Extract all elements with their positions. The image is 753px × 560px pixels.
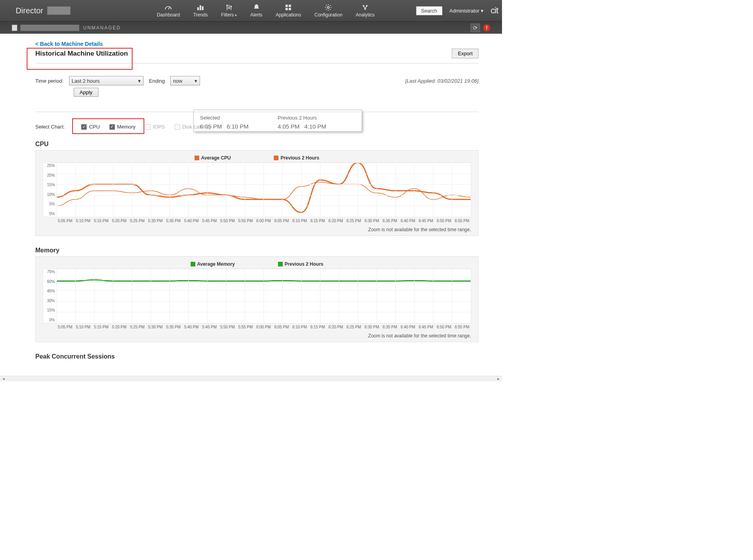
nav-label: Trends — [193, 12, 208, 18]
plot-area-memory — [56, 269, 471, 323]
chart-wrap-cpu: Average CPU Previous 2 Hours 25%20%15%10… — [35, 150, 478, 236]
legend-cpu: Average CPU Previous 2 Hours — [43, 155, 471, 161]
time-period-select[interactable]: Last 2 hours ▾ — [69, 76, 144, 85]
machine-name-redacted — [20, 25, 79, 31]
vendor-logo-cutoff: cit — [491, 5, 498, 16]
select-chart-label: Select Chart: — [35, 124, 65, 130]
bars-icon — [196, 4, 204, 11]
nav-analytics[interactable]: Analytics — [356, 4, 375, 18]
gauge-icon — [164, 4, 172, 11]
nav-label: Configuration — [315, 12, 342, 18]
divider — [35, 63, 478, 63]
alert-badge-icon[interactable]: ! — [483, 24, 490, 31]
svg-rect-13 — [289, 8, 291, 10]
nav-filters[interactable]: Filters▾ — [221, 4, 237, 18]
nav-configuration[interactable]: Configuration — [315, 4, 342, 18]
horizontal-scrollbar[interactable]: ◄► — [0, 376, 502, 381]
checkbox-iops: IOPS — [145, 124, 165, 130]
nav-label: Dashboard — [157, 12, 180, 18]
check-icon: ✓ — [81, 124, 87, 130]
svg-rect-10 — [286, 5, 288, 7]
legend-swatch — [278, 262, 283, 266]
nav-applications[interactable]: Applications — [276, 4, 301, 18]
svg-rect-2 — [200, 5, 201, 10]
ending-select[interactable]: now ▾ — [170, 76, 200, 85]
export-button[interactable]: Export — [452, 49, 478, 58]
checkbox-cpu[interactable]: ✓ CPU — [81, 124, 100, 130]
zoom-note: Zoom is not available for the selected t… — [43, 333, 471, 339]
chevron-down-icon: ▾ — [195, 78, 197, 84]
refresh-button[interactable]: ⟳ — [471, 24, 480, 32]
filter-icon — [225, 4, 233, 11]
filter-row: Time period: Last 2 hours ▾ Ending now ▾… — [35, 76, 478, 85]
grid-icon — [284, 4, 292, 11]
nav-label: Applications — [276, 12, 301, 18]
chevron-down-icon: ▾ — [481, 8, 484, 14]
check-icon — [175, 124, 180, 130]
x-axis-cpu: 5:05 PM5:10 PM5:15 PM5:20 PM5:25 PM5:30 … — [43, 219, 471, 223]
legend-label: Average CPU — [201, 155, 231, 161]
chart-wrap-memory: Average Memory Previous 2 Hours 75%60%45… — [35, 256, 478, 342]
nav-right: Search Administrator ▾ cit — [416, 5, 498, 16]
check-icon — [145, 124, 151, 130]
top-nav: Director Dashboard Trends Filters▾ Alert… — [0, 0, 502, 21]
svg-rect-1 — [198, 7, 199, 10]
bell-icon — [253, 4, 260, 11]
nav-dashboard[interactable]: Dashboard — [157, 4, 180, 18]
gear-icon — [324, 4, 332, 11]
svg-point-14 — [327, 7, 329, 9]
time-period-value: Last 2 hours — [72, 78, 100, 84]
apply-button[interactable]: Apply — [74, 88, 98, 97]
analytics-icon — [361, 4, 369, 11]
nav-label: Filters▾ — [221, 12, 237, 18]
plot-memory[interactable]: 75%60%45%30%15%0% — [43, 268, 471, 323]
chevron-down-icon: ▾ — [235, 13, 237, 17]
legend-swatch — [195, 156, 199, 160]
ending-label: Ending — [149, 78, 165, 84]
nav-items: Dashboard Trends Filters▾ Alerts Applica… — [157, 4, 375, 18]
svg-point-6 — [230, 6, 231, 7]
checkbox-label: IOPS — [153, 124, 165, 130]
machine-icon — [12, 25, 17, 31]
checkbox-label: CPU — [89, 124, 100, 130]
svg-point-4 — [226, 5, 227, 6]
svg-point-5 — [228, 7, 229, 9]
chart-title-memory: Memory — [35, 247, 478, 254]
legend-swatch — [191, 262, 195, 266]
select-chart-row: Select Chart: ✓ CPU ✓ Memory IOPS Disk L… — [35, 112, 478, 130]
admin-menu[interactable]: Administrator ▾ — [449, 8, 484, 14]
svg-rect-3 — [202, 7, 203, 10]
context-bar: UNMANAGED ⟳ ! — [0, 21, 502, 34]
checkbox-disk-latency: Disk Latency — [175, 124, 211, 130]
plot-cpu[interactable]: 25%20%15%10%5%0% — [43, 162, 471, 217]
content-area: < Back to Machine Details Historical Mac… — [0, 34, 502, 376]
checkbox-label: Memory — [117, 124, 136, 130]
legend-label: Previous 2 Hours — [280, 155, 319, 161]
nav-trends[interactable]: Trends — [193, 4, 208, 18]
search-button[interactable]: Search — [416, 6, 442, 15]
zoom-note: Zoom is not available for the selected t… — [43, 227, 471, 232]
svg-line-0 — [168, 7, 170, 9]
y-axis-cpu: 25%20%15%10%5%0% — [43, 163, 56, 217]
time-period-label: Time period: — [35, 78, 64, 84]
plot-area-cpu — [56, 163, 471, 217]
x-axis-memory: 5:05 PM5:10 PM5:15 PM5:20 PM5:25 PM5:30 … — [43, 325, 471, 329]
svg-rect-11 — [289, 5, 291, 7]
svg-point-17 — [364, 9, 366, 10]
chart-title-sessions: Peak Concurrent Sessions — [35, 353, 478, 360]
legend-memory: Average Memory Previous 2 Hours — [43, 261, 471, 267]
check-icon: ✓ — [109, 124, 115, 130]
svg-line-19 — [366, 6, 367, 9]
nav-alerts[interactable]: Alerts — [250, 4, 262, 18]
ending-value: now — [173, 78, 182, 84]
last-applied-text: [Last Applied: 03/02/2021 19:06] — [405, 78, 478, 84]
chevron-down-icon: ▾ — [138, 78, 141, 84]
back-link[interactable]: < Back to Machine Details — [35, 41, 103, 47]
nav-label: Analytics — [356, 12, 375, 18]
svg-rect-12 — [286, 8, 288, 10]
nav-label: Alerts — [250, 12, 262, 18]
y-axis-memory: 75%60%45%30%15%0% — [43, 269, 56, 323]
tenant-box — [47, 6, 71, 15]
page-title: Historical Machine Utilization — [35, 50, 128, 58]
checkbox-memory[interactable]: ✓ Memory — [109, 124, 136, 130]
